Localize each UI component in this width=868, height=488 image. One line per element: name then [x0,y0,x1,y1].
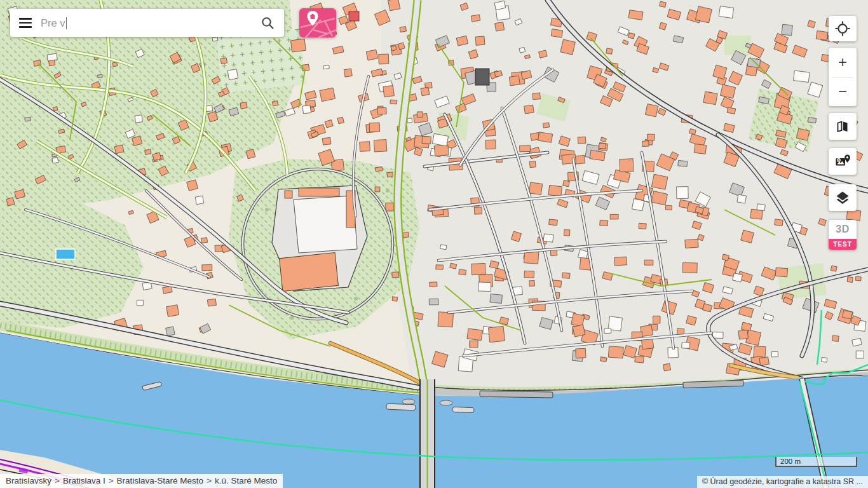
zbgis-logo[interactable] [299,8,336,37]
menu-button[interactable] [10,9,41,37]
attribution: © Úrad geodézie, kartografie a katastra … [697,476,868,488]
text-caret [66,17,67,29]
search-input[interactable]: Pre v [41,17,251,29]
test-badge: TEST [829,239,857,250]
map-viewer: Pre v + − G [0,0,868,488]
zoom-controls: + − [829,48,857,106]
compare-maps-icon [834,118,851,135]
search-input-value: Pre v [41,17,65,29]
breadcrumb-separator: > [109,476,114,485]
layers-icon [834,189,851,206]
breadcrumb-separator: > [55,476,60,485]
breadcrumb: Bratislavský>Bratislava I>Bratislava-Sta… [0,474,283,488]
map-canvas[interactable] [0,0,868,488]
locate-button[interactable] [829,16,857,41]
breadcrumb-cadastral-unit[interactable]: k.ú. Staré Mesto [215,476,277,485]
photos-on-map-icon: G [834,153,851,170]
zoom-in-button[interactable]: + [829,48,857,77]
scale-bar-label: 200 m [780,458,801,465]
breadcrumb-municipality[interactable]: Bratislava-Staré Mesto [117,476,204,485]
hamburger-menu-icon [19,18,32,19]
search-bar: Pre v [10,9,284,37]
breadcrumb-separator: > [207,476,212,485]
scale-bar: 200 m [775,457,857,467]
zoom-out-button[interactable]: − [829,78,857,107]
svg-text:G: G [837,159,840,162]
view-3d-label: 3D [829,220,857,239]
view-3d-button[interactable]: 3D TEST [829,220,857,250]
layers-button[interactable] [829,184,857,211]
crosshair-locate-icon [834,20,851,37]
search-icon [261,16,275,30]
map-pin-house-icon [299,8,336,37]
search-button[interactable] [251,9,284,37]
compare-maps-button[interactable] [829,113,857,140]
breadcrumb-district[interactable]: Bratislava I [63,476,105,485]
photos-on-map-button[interactable]: G [829,148,857,175]
breadcrumb-region[interactable]: Bratislavský [6,476,51,485]
